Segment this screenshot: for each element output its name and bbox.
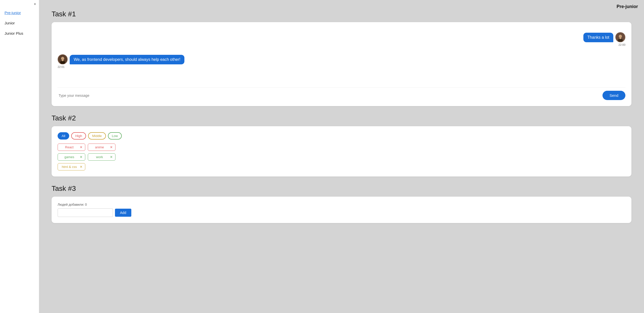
main-content: Task #1 VeryStone Thanks a lot <box>39 0 644 313</box>
sidebar: × Pre-junior Junior Junior Plus <box>0 0 39 313</box>
sidebar-nav: Pre-junior Junior Junior Plus <box>0 8 39 38</box>
top-header: Pre-junior <box>611 0 644 13</box>
sender-name-verystone: VeryStone <box>583 28 613 32</box>
sidebar-item-pre-junior[interactable]: Pre-junior <box>0 8 39 17</box>
chat-container: VeryStone Thanks a lot 22:00 <box>58 28 625 83</box>
svg-point-1 <box>619 35 622 38</box>
task2-card: All High Middle Low React ✕ anime ✕ game… <box>52 126 631 176</box>
sidebar-item-junior-plus[interactable]: Junior Plus <box>0 29 39 38</box>
message-text-verystone: Thanks a lot <box>583 33 613 42</box>
tag-anime-label: anime <box>91 145 108 149</box>
task1-section: Task #1 VeryStone Thanks a lot <box>52 10 631 106</box>
tag-work-label: work <box>91 155 108 159</box>
chat-message-verystone: VeryStone Thanks a lot 22:00 <box>583 28 625 46</box>
add-person-input[interactable] <box>58 208 113 217</box>
tag-anime: anime ✕ <box>88 144 115 151</box>
tag-html-css: html & css ✕ <box>58 163 85 170</box>
people-count-label: Людей добавили: 0 <box>58 203 625 206</box>
task3-title: Task #3 <box>52 185 631 193</box>
message-text-rustem: We, as frontend developers, should alway… <box>70 55 184 64</box>
task3-card: Людей добавили: 0 Add <box>52 197 631 223</box>
tag-html-css-label: html & css <box>60 165 78 169</box>
sidebar-item-junior[interactable]: Junior <box>0 18 39 28</box>
chat-message-rustem: Rustem We, as frontend developers, shoul… <box>58 50 184 68</box>
header-title: Pre-junior <box>617 4 638 9</box>
filter-low-button[interactable]: Low <box>108 132 122 140</box>
filter-all-button[interactable]: All <box>58 132 69 140</box>
tag-react: React ✕ <box>58 144 85 151</box>
message-bubble-left-wrapper: Rustem We, as frontend developers, shoul… <box>70 50 184 64</box>
svg-rect-3 <box>619 38 621 39</box>
send-button[interactable]: Send <box>602 91 625 100</box>
tag-work-remove[interactable]: ✕ <box>110 155 113 159</box>
sender-name-rustem: Rustem <box>70 50 184 54</box>
task2-title: Task #2 <box>52 114 631 122</box>
task1-title: Task #1 <box>52 10 631 18</box>
message-bubble-right: VeryStone Thanks a lot <box>583 28 613 42</box>
tag-games-remove[interactable]: ✕ <box>80 155 83 159</box>
filter-middle-button[interactable]: Middle <box>88 132 106 140</box>
svg-point-5 <box>61 57 64 60</box>
tag-react-label: React <box>60 145 78 149</box>
tag-games-label: games <box>60 155 78 159</box>
avatar-verystone <box>615 32 625 42</box>
chat-input-row: Send <box>58 87 625 100</box>
bubble-wrapper-right: VeryStone Thanks a lot <box>583 28 625 42</box>
filter-buttons: All High Middle Low <box>58 132 625 140</box>
bubble-wrapper-left: Rustem We, as frontend developers, shoul… <box>58 50 184 64</box>
tags-grid: React ✕ anime ✕ games ✕ work ✕ html & cs… <box>58 144 115 170</box>
message-input[interactable] <box>58 92 599 100</box>
task2-section: Task #2 All High Middle Low React ✕ anim… <box>52 114 631 176</box>
svg-rect-7 <box>62 60 63 61</box>
tag-html-css-remove[interactable]: ✕ <box>80 165 83 168</box>
tag-react-remove[interactable]: ✕ <box>80 146 83 149</box>
task3-section: Task #3 Людей добавили: 0 Add <box>52 185 631 223</box>
tag-anime-remove[interactable]: ✕ <box>110 146 113 149</box>
filter-high-button[interactable]: High <box>71 132 86 140</box>
tag-work: work ✕ <box>88 153 115 161</box>
task1-card: VeryStone Thanks a lot 22:00 <box>52 22 631 106</box>
add-person-button[interactable]: Add <box>115 209 131 217</box>
timestamp-rustem: 22:01 <box>58 65 65 68</box>
sidebar-close-icon[interactable]: × <box>34 2 36 6</box>
avatar-rustem <box>58 54 68 64</box>
tag-games: games ✕ <box>58 153 85 161</box>
task3-input-row: Add <box>58 208 625 217</box>
timestamp-verystone: 22:00 <box>618 43 625 46</box>
